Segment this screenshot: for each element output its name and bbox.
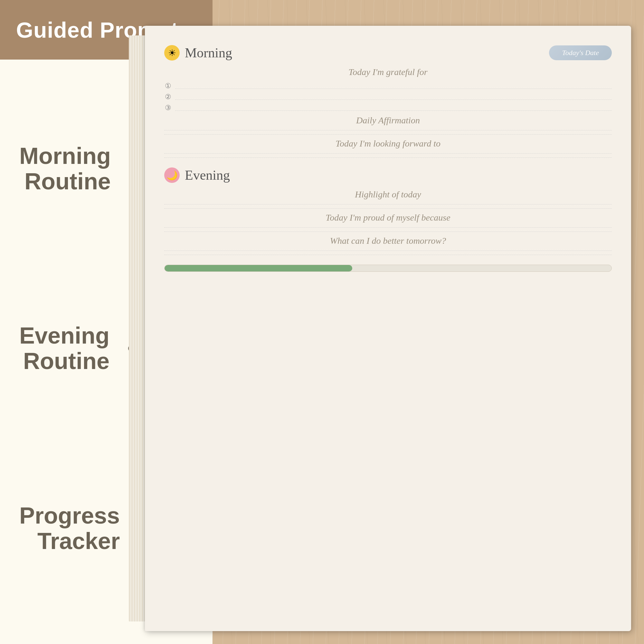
evening-section: 🌙 Evening Highlight of today Today I'm p… xyxy=(164,167,612,255)
gratitude-prompt: Today I'm grateful for xyxy=(164,67,612,77)
forward-prompt: Today I'm looking forward to xyxy=(164,138,612,149)
affirmation-lines xyxy=(164,130,612,135)
better-prompt: What can I do better tomorrow? xyxy=(164,236,612,246)
morning-routine-label: Morning Routine xyxy=(19,143,120,194)
gratitude-lines: ① ② ③ xyxy=(164,82,612,112)
date-badge: Today's Date xyxy=(549,45,612,60)
progress-line2: Tracker xyxy=(19,528,120,554)
evening-line1: Evening xyxy=(19,323,109,348)
morning-icon: ☀ xyxy=(164,45,180,61)
gratitude-line-3: ③ xyxy=(164,104,612,112)
evening-line2: Routine xyxy=(19,348,109,374)
journal-wrap: ☀ Morning Today's Date Today I'm gratefu… xyxy=(129,26,631,631)
better-lines xyxy=(164,251,612,255)
evening-header: 🌙 Evening xyxy=(164,167,612,183)
progress-bar-fill xyxy=(165,265,352,271)
forward-lines xyxy=(164,153,612,158)
evening-title: Evening xyxy=(185,167,230,183)
gratitude-line-1: ① xyxy=(164,82,612,90)
evening-icon: 🌙 xyxy=(164,167,180,183)
morning-line1: Morning xyxy=(19,143,111,169)
sun-icon: ☀ xyxy=(168,48,176,58)
progress-line1: Progress xyxy=(19,503,120,528)
gratitude-line-2: ② xyxy=(164,93,612,101)
progress-tracker-label: Progress Tracker xyxy=(19,503,129,554)
morning-line2: Routine xyxy=(19,169,111,194)
highlight-prompt: Highlight of today xyxy=(164,189,612,200)
morning-section: ☀ Morning Today's Date Today I'm gratefu… xyxy=(164,45,612,158)
proud-prompt: Today I'm proud of myself because xyxy=(164,213,612,223)
progress-bar-background xyxy=(164,265,612,272)
morning-header: ☀ Morning Today's Date xyxy=(164,45,612,61)
highlight-lines xyxy=(164,204,612,209)
morning-title: Morning xyxy=(185,45,232,61)
progress-section xyxy=(164,261,612,272)
moon-icon: 🌙 xyxy=(166,170,178,181)
affirmation-prompt: Daily Affirmation xyxy=(164,115,612,126)
proud-lines xyxy=(164,227,612,232)
evening-routine-label: Evening Routine xyxy=(19,323,119,374)
book-cover: ☀ Morning Today's Date Today I'm gratefu… xyxy=(145,26,631,631)
